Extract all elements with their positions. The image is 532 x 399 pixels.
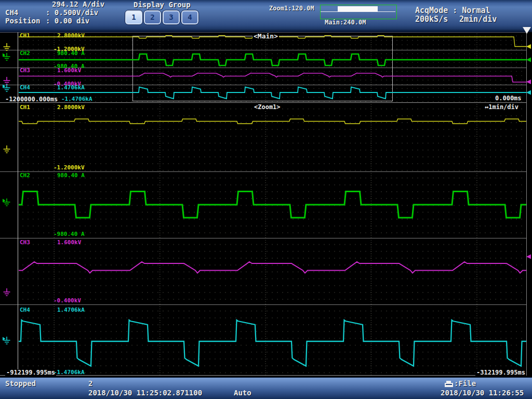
zoom-ch1-trace <box>19 119 526 124</box>
main-time-right: 0.000ms <box>495 95 522 102</box>
trigger-position-marker[interactable] <box>523 27 531 34</box>
zoom-ch4-name: CH4 <box>20 307 30 313</box>
zoom-ch3-name: CH3 <box>20 240 30 246</box>
zoom-time-left: -912199.995ms <box>5 369 56 376</box>
ground-level-icon <box>4 145 10 153</box>
main-ch3-position-marker[interactable] <box>526 79 531 84</box>
zoom-ch3-lower-value: -0.400kV <box>54 298 81 304</box>
main-ch1-position-marker[interactable] <box>526 44 531 49</box>
zoom-time-right: -312199.995ms <box>475 369 526 376</box>
zoom-ch3-trace <box>19 262 526 273</box>
zoom-ch1-name: CH1 <box>20 104 30 111</box>
main-ch4-upper-value: 1.4706kA <box>57 85 85 91</box>
ground-level-icon <box>4 43 10 50</box>
ground-level-icon <box>3 53 10 60</box>
main-ch3-name: CH3 <box>20 68 30 74</box>
zoom-ch2-lower-value: -980.40 A <box>54 231 85 237</box>
zoom-ch4-lower-value: -1.4706kA <box>54 369 85 376</box>
waveforms <box>0 0 532 399</box>
zoom-ch2-name: CH2 <box>20 172 30 179</box>
main-ch2-position-marker[interactable] <box>526 58 531 62</box>
zoom-ch2-trace <box>19 192 526 218</box>
main-ch1-upper-value: 2.8000kV <box>57 33 85 39</box>
main-ch1-name: CH1 <box>20 33 30 39</box>
ground-level-icon <box>4 288 10 296</box>
zoom-time-per-div: ↔1min/div <box>485 104 518 111</box>
ground-level-icon <box>3 337 10 344</box>
zoom-ch3-upper-value: 1.600kV <box>57 240 81 246</box>
zoom-view-title: <Zoom1> <box>253 104 282 111</box>
main-ch4-position-marker[interactable] <box>526 90 531 95</box>
main-ch3-upper-value: 1.600kV <box>57 68 81 74</box>
ground-level-icon <box>4 77 10 84</box>
main-ch4-lower-value: -1.4706kA <box>61 96 92 102</box>
main-ch4-trace <box>19 87 526 99</box>
oscilloscope-screen: 294.12 A/div CH4 : 0.500V/div Position :… <box>0 0 532 399</box>
ground-level-icon <box>3 84 10 91</box>
main-time-left: -1200000.000ms <box>5 96 58 103</box>
main-ch4-name: CH4 <box>20 85 30 91</box>
zoom-ch4-trace <box>19 320 526 366</box>
main-ch2-name: CH2 <box>20 50 30 57</box>
zoom-ch1-lower-value: -1.2000kV <box>54 165 85 171</box>
zoom-ch4-upper-value: 1.4706kA <box>57 307 85 313</box>
main-view-title: <Main> <box>252 33 279 40</box>
zoom-ch1-upper-value: 2.8000kV <box>57 104 85 111</box>
main-ch2-upper-value: 980.40 A <box>57 50 85 57</box>
main-ch2-trace <box>19 54 526 65</box>
zoom-ch3-position-marker[interactable] <box>526 255 531 259</box>
zoom-ch2-upper-value: 980.40 A <box>57 172 85 179</box>
ground-level-icon <box>3 198 10 206</box>
main-ch3-trace <box>19 73 526 83</box>
